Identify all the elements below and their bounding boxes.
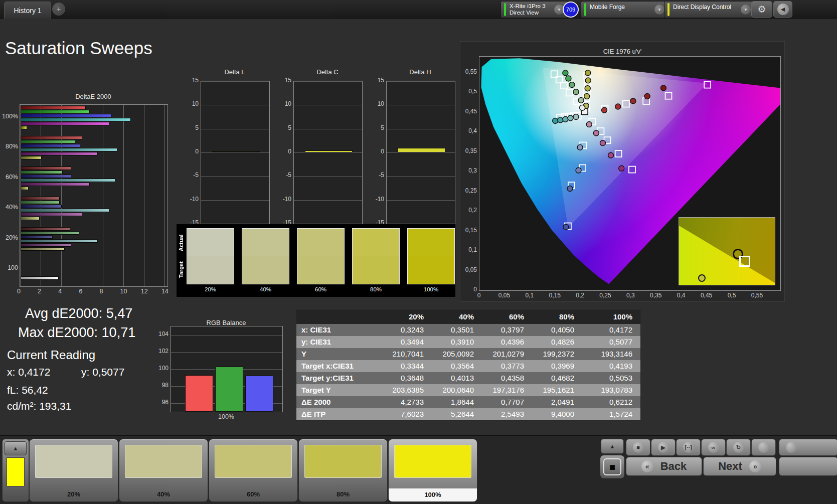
source-dropdown[interactable]: Mobile Forge ▼ — [581, 1, 668, 18]
swatch-label: 60% — [297, 286, 345, 292]
rgb-bar-blue — [245, 376, 273, 412]
axis-tick-label: 15 — [184, 77, 199, 84]
sweep-patch-20%[interactable]: 20% — [29, 439, 118, 502]
inset-gradient — [679, 218, 775, 285]
sweep-patch-80%[interactable]: 80% — [298, 439, 388, 502]
gridline — [387, 105, 455, 105]
gridline — [387, 81, 455, 82]
transport-play-button[interactable]: ▶ — [651, 439, 676, 456]
swatch-cell — [407, 228, 455, 284]
bottom-bar: ▲ 20%40%60%80%100% ▲ ■ ■▶[··]∞↻ « Back N… — [0, 435, 837, 504]
cell-value: 0,3969 — [532, 360, 582, 372]
partial-button-bottom[interactable] — [779, 457, 837, 476]
deltae-bar-group — [21, 276, 59, 280]
settings-button[interactable]: ⚙ — [751, 1, 772, 18]
rgb-plot — [171, 326, 283, 412]
meter-mode: Direct View — [510, 10, 546, 16]
table-header-cell: 20% — [382, 310, 432, 324]
transport-range-button[interactable]: [··] — [676, 439, 701, 456]
gridline — [201, 176, 269, 177]
target-swatch — [187, 256, 234, 284]
partial-button-top[interactable] — [779, 439, 837, 456]
cie-measured-marker — [585, 86, 590, 91]
axis-tick-label: -10 — [184, 196, 199, 203]
axis-tick-label: 14 — [161, 288, 169, 295]
cell-value: 0,4050 — [532, 324, 582, 336]
chevron-down-icon[interactable]: ▼ — [654, 5, 664, 15]
transport-blank-button[interactable] — [751, 439, 776, 456]
swatch-label: 40% — [242, 286, 289, 292]
cie-measured-marker — [563, 224, 569, 230]
cell-value: 203,6385 — [382, 384, 432, 396]
table-header-cell — [296, 310, 382, 324]
reading-cdm2: cd/m²: 193,31 — [7, 400, 71, 412]
gridline — [387, 200, 455, 201]
meter-labels: X-Rite i1Pro 3 Direct View — [510, 3, 546, 16]
display-dropdown[interactable]: Direct Display Control ▼ — [664, 1, 754, 18]
display-name: Direct Display Control — [673, 4, 731, 11]
transport-continuous-button[interactable]: ∞ — [701, 439, 726, 456]
deltae-bar — [21, 231, 79, 235]
history-tab[interactable]: History 1 — [4, 2, 51, 19]
table-row: x: CIE310,32430,35010,37970,40500,4172 — [296, 324, 640, 336]
deltae-bar — [21, 179, 115, 182]
deltae-bar — [21, 144, 80, 147]
cell-value: 210,7041 — [382, 348, 432, 360]
cell-value: 0,6212 — [582, 396, 640, 408]
back-button[interactable]: « Back — [626, 457, 702, 476]
transport-stop-button[interactable]: ■ — [626, 439, 650, 456]
cie-measured-marker — [585, 78, 591, 83]
cie-measured-marker — [593, 130, 599, 136]
cie-ylabels: 00,050,10,150,20,250,30,350,40,450,50,55 — [460, 56, 477, 290]
axis-tick-label: 0 — [276, 148, 291, 155]
cie-measured-marker — [573, 114, 579, 120]
axis-tick-label: 12 — [141, 288, 148, 295]
add-tab-button[interactable]: + — [52, 3, 65, 16]
cie-measured-marker — [553, 118, 558, 123]
gridline — [387, 129, 455, 129]
axis-tick-label: 0,3 — [460, 167, 477, 174]
axis-tick-label: 15 — [369, 77, 384, 84]
next-button[interactable]: Next » — [703, 457, 776, 476]
transport-refresh-button[interactable]: ↻ — [726, 439, 751, 456]
transport-up-button[interactable]: ▲ — [601, 439, 624, 454]
sweep-patch-100%[interactable]: 100% — [388, 439, 477, 502]
cell-value: 193,3146 — [582, 348, 640, 360]
collapse-button[interactable]: ◀ — [773, 1, 792, 18]
gridline — [294, 129, 362, 129]
axis-group-label: 60% — [0, 174, 18, 181]
colorspace-badge[interactable]: 709 — [563, 2, 579, 18]
patch-swatch — [215, 445, 292, 478]
axis-group-label: 20% — [0, 234, 18, 241]
stop-pattern-button[interactable]: ■ — [600, 455, 625, 479]
table-header-cell: 40% — [432, 310, 482, 324]
sweep-patch-40%[interactable]: 40% — [119, 439, 208, 502]
chevron-down-icon[interactable]: ▼ — [741, 5, 751, 15]
inset-target-icon — [739, 256, 750, 267]
cell-value: 200,0640 — [432, 384, 482, 396]
deltae-bar-group — [21, 136, 117, 160]
cell-value: 1,8644 — [432, 396, 482, 408]
patch-label: 40% — [119, 490, 208, 498]
max-de2000: Max dE2000: 10,71 — [18, 325, 135, 341]
actual-row-label: Actual — [178, 229, 185, 256]
patch-scroll-up-button[interactable]: ▲ — [5, 441, 27, 455]
delta_c-plot — [293, 81, 363, 224]
cell-value: 0,3501 — [432, 324, 482, 336]
table-row: Target x:CIE310,33440,35640,37730,39690,… — [296, 360, 640, 372]
mini-patch[interactable] — [7, 457, 25, 486]
actual-swatch — [353, 229, 399, 256]
cie-plot — [479, 56, 781, 291]
gridline — [387, 152, 455, 153]
deltae-bar — [21, 106, 86, 109]
axis-group-label: 100 — [0, 264, 18, 271]
sweep-patch-60%[interactable]: 60% — [209, 439, 298, 502]
axis-tick-label: 0 — [469, 292, 489, 299]
gridline — [201, 152, 269, 153]
meter-dropdown[interactable]: X-Rite i1Pro 3 Direct View ▼ — [500, 1, 568, 18]
cell-value: 205,0092 — [432, 348, 482, 360]
deltae-bar — [21, 209, 109, 212]
cell-value: 0,4013 — [432, 372, 482, 384]
axis-tick-label: 0,25 — [595, 292, 615, 299]
axis-tick-label: 10 — [369, 100, 384, 107]
